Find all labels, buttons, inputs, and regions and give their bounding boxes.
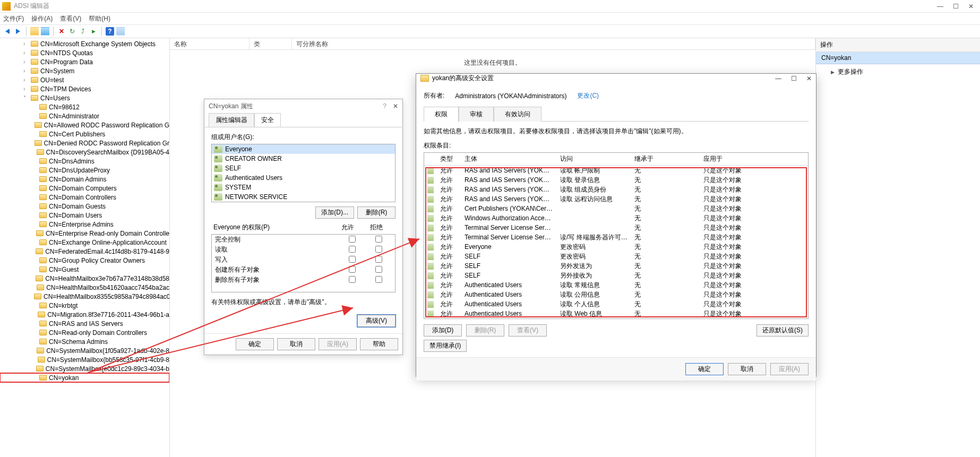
col-applies[interactable]: 应用于 xyxy=(700,153,808,165)
group-item[interactable]: Everyone xyxy=(212,144,395,154)
refresh-icon[interactable] xyxy=(68,27,76,36)
tree-item[interactable]: CN=Migration.8f3e7716-2011-43e4-96b1-a xyxy=(0,310,169,319)
forward-icon[interactable] xyxy=(14,27,22,36)
allow-checkbox[interactable] xyxy=(349,276,356,283)
col-principal[interactable]: 主体 xyxy=(461,153,557,165)
tree-item[interactable]: ˅CN=Users xyxy=(0,93,169,102)
apply-button[interactable]: 应用(A) xyxy=(319,338,357,350)
tree-item[interactable]: CN=Cert Publishers xyxy=(0,130,169,139)
col-type[interactable]: 类型 xyxy=(437,153,461,165)
allow-checkbox[interactable] xyxy=(349,256,356,263)
disable-inheritance-button[interactable]: 禁用继承(I) xyxy=(424,340,467,352)
tree-item[interactable]: ›CN=Microsoft Exchange System Objects xyxy=(0,39,169,48)
tree-item[interactable]: CN=HealthMailbox8355c9858a794c8984ac0 xyxy=(0,292,169,301)
deny-checkbox[interactable] xyxy=(375,236,382,243)
tree-item[interactable]: CN=Group Policy Creator Owners xyxy=(0,256,169,265)
apply-button[interactable]: 应用(A) xyxy=(770,363,809,375)
tree-item[interactable]: CN=FederatedEmail.4c1f4d8b-8179-4148-9 xyxy=(0,247,169,256)
tree-item[interactable]: CN=SystemMailbox{1f05a927-1adb-402e-8 xyxy=(0,346,169,355)
groups-list[interactable]: EveryoneCREATOR OWNERSELFAuthenticated U… xyxy=(211,144,396,202)
tree-item[interactable]: CN=DnsAdmins xyxy=(0,157,169,166)
tree-item[interactable]: ›CN=Program Data xyxy=(0,57,169,66)
tab-auditing[interactable]: 审核 xyxy=(459,107,494,122)
deny-checkbox[interactable] xyxy=(375,246,382,253)
delete-icon[interactable] xyxy=(57,27,66,36)
allow-checkbox[interactable] xyxy=(349,236,356,243)
allow-checkbox[interactable] xyxy=(349,266,356,273)
menu-action[interactable]: 操作(A) xyxy=(31,14,53,23)
actions-selected[interactable]: CN=yokan xyxy=(816,52,980,64)
tree-item[interactable]: CN=Enterprise Read-only Domain Controlle xyxy=(0,229,169,238)
remove-button[interactable]: 删除(R) xyxy=(357,206,396,219)
deny-checkbox[interactable] xyxy=(375,256,382,263)
menu-help[interactable]: 帮助(H) xyxy=(89,14,110,23)
tree-item[interactable]: CN=Denied RODC Password Replication Gr xyxy=(0,139,169,148)
add-button[interactable]: 添加(D)... xyxy=(315,206,354,219)
tree-item[interactable]: ›CN=NTDS Quotas xyxy=(0,48,169,57)
group-item[interactable]: CREATOR OWNER xyxy=(212,154,395,163)
panes-icon[interactable] xyxy=(116,27,125,36)
tree-item[interactable]: CN=Enterprise Admins xyxy=(0,220,169,229)
permissions-grid[interactable]: 完全控制读取写入创建所有子对象删除所有子对象 xyxy=(211,234,396,292)
col-inherited[interactable]: 继承于 xyxy=(631,153,700,165)
tab-effective[interactable]: 有效访问 xyxy=(494,107,541,122)
help-icon[interactable] xyxy=(106,27,114,36)
tree-item[interactable]: ›CN=TPM Devices xyxy=(0,84,169,93)
tab-attribute-editor[interactable]: 属性编辑器 xyxy=(209,113,254,127)
show-pane-icon[interactable] xyxy=(41,27,49,36)
advanced-button[interactable]: 高级(V) xyxy=(357,315,396,327)
tree-item[interactable]: CN=SystemMailbox{bb558c35-97f1-4cb9-8 xyxy=(0,355,169,364)
col-name[interactable]: 名称 xyxy=(170,38,250,49)
close-icon[interactable]: ✕ xyxy=(968,3,974,10)
minimize-icon[interactable]: — xyxy=(937,3,943,10)
tab-permissions[interactable]: 权限 xyxy=(424,107,459,122)
tree-item[interactable]: CN=Read-only Domain Controllers xyxy=(0,328,169,337)
menu-file[interactable]: 文件(F) xyxy=(3,14,24,23)
export-icon[interactable] xyxy=(79,27,87,36)
tree-item[interactable]: ›CN=System xyxy=(0,66,169,75)
tree-pane[interactable]: ›CN=Microsoft Exchange System Objects›CN… xyxy=(0,38,170,457)
cancel-button[interactable]: 取消 xyxy=(277,338,315,350)
tab-security[interactable]: 安全 xyxy=(254,113,281,127)
group-item[interactable]: SYSTEM xyxy=(212,183,395,192)
group-item[interactable]: NETWORK SERVICE xyxy=(212,192,395,202)
tree-item[interactable]: CN=RAS and IAS Servers xyxy=(0,319,169,328)
col-class[interactable]: 类 xyxy=(250,38,292,49)
ok-button[interactable]: 确定 xyxy=(685,363,724,375)
permission-entry-row[interactable]: 允许Authenticated Users读取 Web 信息无只是这个对象 xyxy=(424,309,808,318)
tree-item[interactable]: CN=HealthMailbox5b41620aacc7454ba2ac xyxy=(0,283,169,292)
back-icon[interactable] xyxy=(3,27,12,36)
change-owner-link[interactable]: 更改(C) xyxy=(577,91,599,100)
restore-defaults-button[interactable]: 还原默认值(S) xyxy=(757,324,809,337)
add-button[interactable]: 添加(D) xyxy=(424,324,462,337)
allow-checkbox[interactable] xyxy=(349,246,356,253)
col-access[interactable]: 访问 xyxy=(557,153,631,165)
tree-item[interactable]: CN=yokan xyxy=(0,373,169,382)
tree-item[interactable]: CN=Domain Admins xyxy=(0,175,169,184)
deny-checkbox[interactable] xyxy=(375,266,382,273)
group-item[interactable]: SELF xyxy=(212,163,395,173)
permission-entries-list[interactable]: 类型 主体 访问 继承于 应用于 允许RAS and IAS Servers (… xyxy=(424,152,809,319)
tree-item[interactable]: CN=Domain Users xyxy=(0,211,169,220)
close-icon[interactable]: ✕ xyxy=(393,102,398,110)
up-icon[interactable] xyxy=(30,27,39,36)
help-button[interactable]: 帮助 xyxy=(360,338,398,350)
tree-item[interactable]: CN=Domain Computers xyxy=(0,184,169,193)
remove-button[interactable]: 删除(R) xyxy=(466,324,504,337)
tree-item[interactable]: CN=Domain Guests xyxy=(0,202,169,211)
tree-item[interactable]: CN=HealthMailbox3e7b67a77e3148b38d58 xyxy=(0,274,169,283)
tree-item[interactable]: CN=DiscoverySearchMailbox {D919BA05-4 xyxy=(0,148,169,157)
cancel-button[interactable]: 取消 xyxy=(728,363,766,375)
ok-button[interactable]: 确定 xyxy=(236,338,274,350)
menu-view[interactable]: 查看(V) xyxy=(60,14,81,23)
tree-item[interactable]: CN=Exchange Online-ApplicationAccount xyxy=(0,238,169,247)
tree-item[interactable]: CN=SystemMailbox{e0dc1c29-89c3-4034-b xyxy=(0,364,169,373)
close-icon[interactable]: ✕ xyxy=(806,75,812,82)
col-dn[interactable]: 可分辨名称 xyxy=(292,38,815,49)
tree-item[interactable]: CN=Allowed RODC Password Replication G xyxy=(0,120,169,130)
tree-item[interactable]: CN=Administrator xyxy=(0,111,169,120)
tree-item[interactable]: CN=98612 xyxy=(0,102,169,111)
tree-item[interactable]: CN=Domain Controllers xyxy=(0,193,169,202)
group-item[interactable]: Authenticated Users xyxy=(212,173,395,183)
go-icon[interactable] xyxy=(89,27,98,36)
